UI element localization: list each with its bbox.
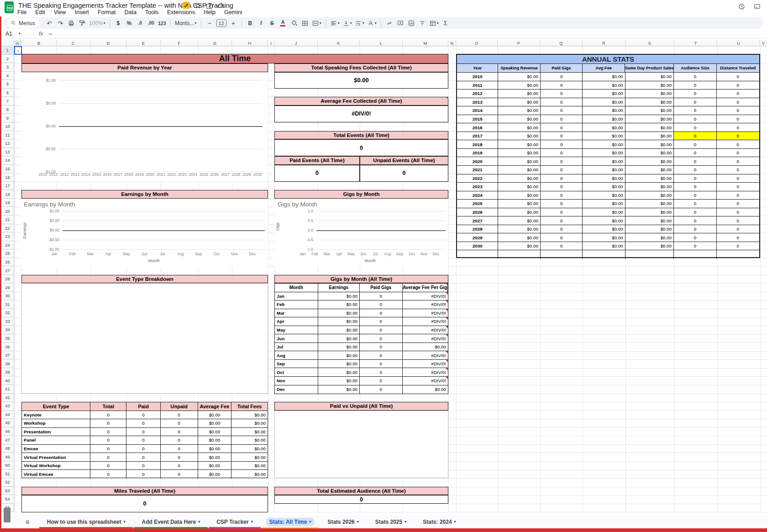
cell[interactable]: #DIV/0! [403,300,448,309]
cell[interactable]: 0 [717,191,759,200]
row-header-6[interactable]: 6 [1,89,14,97]
gigs-by-month-chart[interactable]: Gigs by Month1.00.50.0-0.5-1.0JanFebMarA… [274,199,448,267]
cell[interactable]: 0 [674,157,716,165]
cell[interactable]: $0.00 [583,81,625,90]
column-header-D[interactable]: D [90,40,126,46]
italic-button[interactable]: I [256,18,266,28]
row-header-33[interactable]: 33 [1,317,14,326]
cell[interactable]: 0 [126,462,161,470]
audience-value[interactable]: 0 [274,495,448,504]
cell[interactable]: $0.00 [583,98,625,106]
row-header-40[interactable]: 40 [1,376,14,385]
cell[interactable]: $0.00 [625,174,674,183]
cell[interactable]: 0 [541,200,583,208]
cell[interactable]: 0 [541,123,583,132]
cell[interactable]: 0 [541,183,583,191]
cell[interactable]: 2013 [457,98,498,106]
sheet-tab-csp-tracker[interactable]: CSP Tracker▾ [208,515,261,528]
cell[interactable]: $0.00 [498,174,540,183]
column-header-J[interactable]: J [274,40,318,46]
column-header-T[interactable]: T [674,40,717,46]
cell[interactable]: 0 [161,419,198,427]
cell[interactable]: $0.00 [498,157,540,165]
cell[interactable]: 0 [541,225,583,233]
column-header-Q[interactable]: Q [540,40,583,46]
cell[interactable]: 0 [360,385,402,394]
cell[interactable]: $0.00 [583,191,625,200]
zoom-select[interactable]: 100%▾ [88,18,106,28]
row-header-50[interactable]: 50 [1,461,14,470]
row-header-15[interactable]: 15 [1,165,14,174]
cell[interactable]: Oct [275,368,318,376]
column-header-C[interactable]: C [57,40,90,46]
paid-revenue-section-header[interactable]: Paid Revenue by Year [21,63,268,72]
cell[interactable]: 0 [674,81,716,90]
cell[interactable]: 0 [717,208,759,216]
cell[interactable]: 0 [717,225,759,233]
menu-edit[interactable]: Edit [35,9,45,16]
cell[interactable]: $0.00 [198,436,232,444]
cell[interactable]: $0.00 [318,317,360,326]
row-header-52[interactable]: 52 [1,478,14,487]
row-header-30[interactable]: 30 [1,292,14,300]
cell[interactable]: $0.00 [198,428,232,436]
cell[interactable]: 0 [717,123,759,132]
cell[interactable]: Virtual Emcee [22,470,90,479]
cell[interactable]: 0 [360,368,402,376]
column-header-H[interactable]: H [232,40,268,46]
font-size-input[interactable]: 12 [215,18,227,28]
cell[interactable]: 0 [717,242,759,250]
cell[interactable]: 0 [126,419,161,427]
cell[interactable]: $0.00 [318,309,360,317]
column-header-G[interactable]: G [198,40,232,46]
undo-button[interactable]: ↶ [44,18,54,28]
cell[interactable]: 0 [360,292,402,300]
row-header-1[interactable]: 1 [1,46,14,55]
sheet-tab-stats-all-time[interactable]: Stats: All Time▾ [261,515,320,528]
cell[interactable]: 0 [541,132,583,140]
cell[interactable]: 2011 [457,81,498,90]
cell[interactable]: 0 [541,140,583,148]
cell[interactable]: 0 [126,428,161,436]
cell[interactable]: Presentation [22,428,90,436]
cell[interactable]: $0.00 [231,453,268,461]
cell[interactable]: 0 [161,462,198,470]
decrease-decimal-button[interactable]: .0 [135,18,145,28]
more-formats-button[interactable]: 123 [157,18,167,28]
row-header-21[interactable]: 21 [1,216,14,224]
row-header-10[interactable]: 10 [1,122,14,131]
name-box[interactable]: A1 ▾ [0,31,34,37]
paid-revenue-chart[interactable]: $1.00$0.50$0.00-$0.50-$1.002010201120122… [21,72,268,182]
cell[interactable]: 0 [161,411,198,419]
cell[interactable]: 2029 [457,233,498,242]
version-history-icon[interactable] [738,3,746,11]
cell[interactable]: 0 [717,157,759,165]
menu-insert[interactable]: Insert [75,9,89,16]
row-header-42[interactable]: 42 [1,394,14,402]
cell[interactable]: $0.00 [625,140,674,148]
cell[interactable]: $0.00 [231,436,268,444]
cell[interactable]: Keynote [22,411,90,419]
menu-format[interactable]: Format [98,9,116,16]
earnings-by-month-chart[interactable]: Earnings by Month$1.00$0.50$0.00-$0.50-$… [21,199,268,267]
cell[interactable] [457,250,498,259]
chevron-down-icon[interactable]: ▾ [405,520,406,524]
sheet-tab-add-event-data-here[interactable]: Add Event Data Here▾ [133,515,208,528]
chevron-down-icon[interactable]: ▾ [198,520,200,524]
gigs-section-header[interactable]: Gigs by Month [274,190,448,199]
sheet-tab-stats-2024[interactable]: Stats: 2024▾ [415,515,464,528]
cell[interactable]: 0 [717,90,759,98]
cell[interactable]: 0 [717,140,759,148]
cell[interactable]: #DIV/0! [403,377,448,385]
row-header-35[interactable]: 35 [1,334,14,343]
row-header-18[interactable]: 18 [1,190,14,199]
decrease-font-size-button[interactable]: − [205,18,215,28]
cell[interactable]: $0.00 [318,300,360,309]
text-wrap-button[interactable]: ▾ [354,18,365,28]
row-header-39[interactable]: 39 [1,368,14,377]
cell[interactable]: #DIV/0! [403,360,448,368]
cell[interactable]: 0 [126,453,161,461]
cell[interactable]: 2016 [457,123,498,132]
cell[interactable]: 0 [126,436,161,444]
cell[interactable]: 0 [161,428,198,436]
